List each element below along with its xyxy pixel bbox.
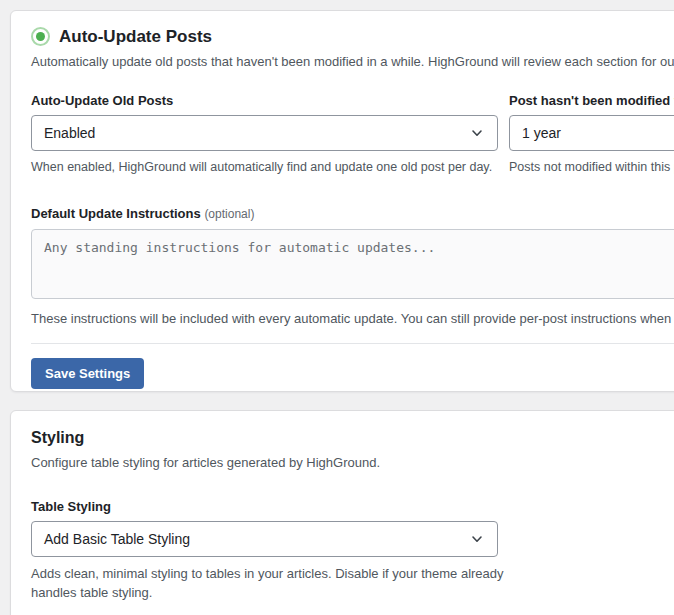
card-description: Automatically update old posts that have… — [31, 53, 674, 71]
status-active-indicator-icon — [31, 27, 50, 46]
chevron-down-icon — [469, 125, 485, 141]
instructions-help-text: These instructions will be included with… — [31, 311, 674, 326]
field-help-text: Posts not modified within this period ar… — [509, 159, 674, 177]
field-help-text: Adds clean, minimal styling to tables in… — [31, 565, 523, 603]
card-title: Styling — [31, 428, 674, 448]
card-divider — [31, 343, 674, 344]
modified-period-select[interactable]: 1 year — [509, 115, 674, 151]
field-auto-update-old-posts: Auto-Update Old Posts Enabled When enabl… — [31, 93, 498, 177]
chevron-down-icon — [469, 531, 485, 547]
table-styling-select[interactable]: Add Basic Table Styling — [31, 521, 498, 557]
styling-card: Styling Configure table styling for arti… — [10, 410, 674, 615]
field-help-text: When enabled, HighGround will automatica… — [31, 159, 498, 177]
auto-update-posts-card: Auto-Update Posts Automatically update o… — [10, 10, 674, 392]
instructions-label: Default Update Instructions (optional) — [31, 206, 674, 221]
auto-update-fields-grid: Auto-Update Old Posts Enabled When enabl… — [31, 93, 674, 177]
selected-value: Enabled — [44, 125, 95, 141]
field-label: Post hasn't been modified for more than — [509, 93, 674, 108]
default-update-instructions-input[interactable] — [31, 229, 674, 299]
selected-value: 1 year — [522, 125, 561, 141]
card-title: Auto-Update Posts — [59, 26, 212, 47]
field-label: Auto-Update Old Posts — [31, 93, 498, 108]
field-modified-period: Post hasn't been modified for more than … — [509, 93, 674, 177]
auto-update-card-header: Auto-Update Posts — [31, 26, 674, 47]
selected-value: Add Basic Table Styling — [44, 531, 190, 547]
save-settings-button[interactable]: Save Settings — [31, 358, 144, 389]
optional-tag: (optional) — [204, 207, 254, 221]
field-table-styling: Table Styling Add Basic Table Styling Ad… — [31, 499, 674, 603]
field-label: Table Styling — [31, 499, 674, 514]
instructions-label-text: Default Update Instructions — [31, 206, 201, 221]
card-description: Configure table styling for articles gen… — [31, 454, 674, 472]
status-dot — [36, 32, 45, 41]
auto-update-select[interactable]: Enabled — [31, 115, 498, 151]
